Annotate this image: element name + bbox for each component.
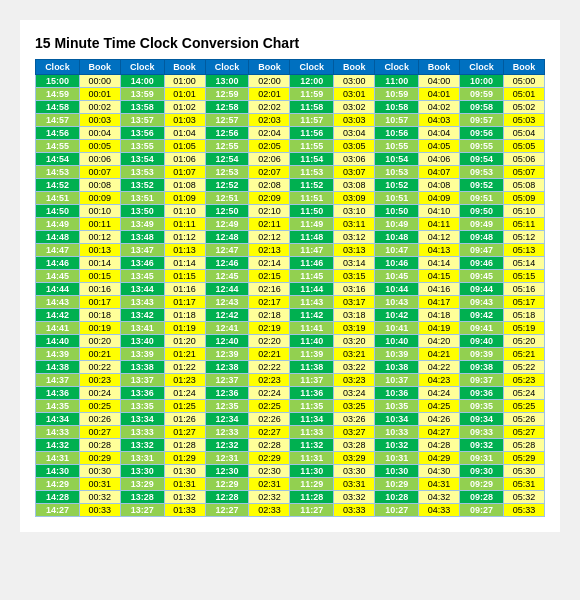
table-cell: 04:24 [419, 387, 460, 400]
table-cell: 01:28 [164, 439, 205, 452]
table-cell: 04:09 [419, 192, 460, 205]
table-cell: 03:21 [334, 348, 375, 361]
table-cell: 05:13 [503, 244, 544, 257]
table-cell: 01:23 [164, 374, 205, 387]
table-cell: 09:32 [460, 439, 504, 452]
table-cell: 12:47 [205, 244, 249, 257]
table-cell: 04:00 [419, 75, 460, 88]
table-cell: 11:48 [290, 231, 334, 244]
table-cell: 01:19 [164, 322, 205, 335]
table-cell: 00:28 [79, 439, 120, 452]
column-header: Book [164, 60, 205, 75]
table-cell: 04:18 [419, 309, 460, 322]
table-row: 14:4600:1413:4601:1412:4602:1411:4603:14… [36, 257, 545, 270]
table-cell: 11:44 [290, 283, 334, 296]
table-cell: 04:26 [419, 413, 460, 426]
table-cell: 02:11 [249, 218, 290, 231]
table-cell: 12:49 [205, 218, 249, 231]
table-cell: 10:46 [375, 257, 419, 270]
table-cell: 03:09 [334, 192, 375, 205]
table-cell: 04:20 [419, 335, 460, 348]
table-cell: 13:27 [120, 504, 164, 517]
table-cell: 12:41 [205, 322, 249, 335]
table-cell: 00:16 [79, 283, 120, 296]
table-cell: 13:28 [120, 491, 164, 504]
table-cell: 03:20 [334, 335, 375, 348]
table-cell: 02:06 [249, 153, 290, 166]
table-cell: 04:08 [419, 179, 460, 192]
table-cell: 12:59 [205, 88, 249, 101]
table-cell: 10:58 [375, 101, 419, 114]
table-body: 15:0000:0014:0001:0013:0002:0012:0003:00… [36, 75, 545, 517]
table-cell: 01:04 [164, 127, 205, 140]
table-cell: 05:33 [503, 504, 544, 517]
table-cell: 05:10 [503, 205, 544, 218]
table-cell: 05:24 [503, 387, 544, 400]
table-cell: 12:44 [205, 283, 249, 296]
table-cell: 12:52 [205, 179, 249, 192]
table-cell: 04:30 [419, 465, 460, 478]
table-row: 14:2800:3213:2801:3212:2802:3211:2803:32… [36, 491, 545, 504]
table-cell: 09:46 [460, 257, 504, 270]
table-row: 14:2700:3313:2701:3312:2702:3311:2703:33… [36, 504, 545, 517]
table-cell: 10:30 [375, 465, 419, 478]
table-cell: 12:37 [205, 374, 249, 387]
table-row: 14:3400:2613:3401:2612:3402:2611:3403:26… [36, 413, 545, 426]
table-cell: 10:45 [375, 270, 419, 283]
table-cell: 05:27 [503, 426, 544, 439]
table-cell: 09:57 [460, 114, 504, 127]
table-cell: 00:08 [79, 179, 120, 192]
table-cell: 14:35 [36, 400, 80, 413]
table-cell: 04:04 [419, 127, 460, 140]
table-cell: 11:49 [290, 218, 334, 231]
table-cell: 13:47 [120, 244, 164, 257]
table-cell: 10:33 [375, 426, 419, 439]
table-cell: 01:05 [164, 140, 205, 153]
table-cell: 00:29 [79, 452, 120, 465]
table-cell: 09:55 [460, 140, 504, 153]
table-cell: 13:57 [120, 114, 164, 127]
table-cell: 04:01 [419, 88, 460, 101]
table-cell: 14:53 [36, 166, 80, 179]
table-cell: 14:50 [36, 205, 80, 218]
table-cell: 01:13 [164, 244, 205, 257]
table-cell: 10:55 [375, 140, 419, 153]
table-cell: 00:07 [79, 166, 120, 179]
table-cell: 10:32 [375, 439, 419, 452]
page-title: 15 Minute Time Clock Conversion Chart [35, 35, 545, 51]
table-cell: 00:23 [79, 374, 120, 387]
table-cell: 05:19 [503, 322, 544, 335]
table-cell: 01:03 [164, 114, 205, 127]
table-cell: 14:27 [36, 504, 80, 517]
table-cell: 12:40 [205, 335, 249, 348]
table-cell: 10:40 [375, 335, 419, 348]
table-cell: 12:48 [205, 231, 249, 244]
table-cell: 14:51 [36, 192, 80, 205]
table-cell: 14:00 [120, 75, 164, 88]
table-row: 14:3100:2913:3101:2912:3102:2911:3103:29… [36, 452, 545, 465]
table-cell: 09:52 [460, 179, 504, 192]
table-cell: 04:21 [419, 348, 460, 361]
table-cell: 00:32 [79, 491, 120, 504]
table-cell: 05:29 [503, 452, 544, 465]
table-cell: 11:37 [290, 374, 334, 387]
table-cell: 13:56 [120, 127, 164, 140]
table-cell: 10:29 [375, 478, 419, 491]
table-cell: 13:49 [120, 218, 164, 231]
table-cell: 09:51 [460, 192, 504, 205]
table-cell: 03:07 [334, 166, 375, 179]
table-cell: 11:58 [290, 101, 334, 114]
table-cell: 00:06 [79, 153, 120, 166]
table-cell: 09:27 [460, 504, 504, 517]
table-cell: 03:30 [334, 465, 375, 478]
table-cell: 10:38 [375, 361, 419, 374]
table-row: 14:3000:3013:3001:3012:3002:3011:3003:30… [36, 465, 545, 478]
table-row: 14:4400:1613:4401:1612:4402:1611:4403:16… [36, 283, 545, 296]
table-cell: 11:52 [290, 179, 334, 192]
table-cell: 04:05 [419, 140, 460, 153]
table-cell: 14:47 [36, 244, 80, 257]
table-cell: 04:31 [419, 478, 460, 491]
table-cell: 14:32 [36, 439, 80, 452]
table-cell: 13:36 [120, 387, 164, 400]
table-cell: 01:11 [164, 218, 205, 231]
